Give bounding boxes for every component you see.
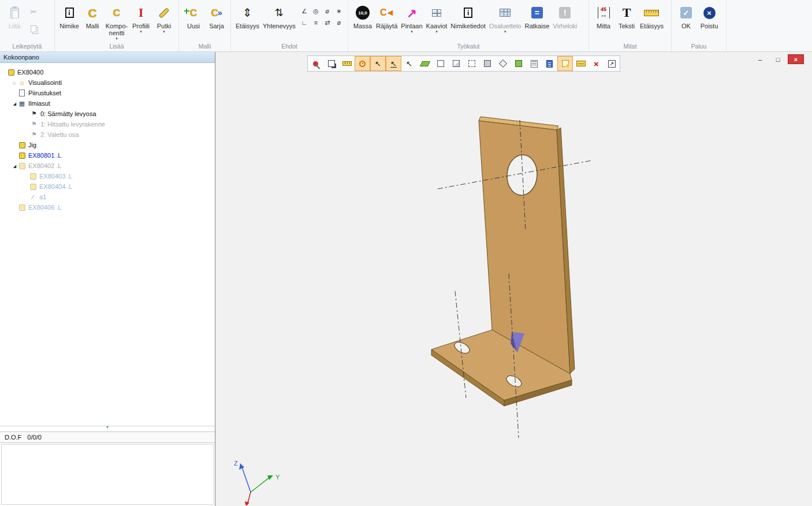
expand-open-icon[interactable]: ◢: [12, 102, 18, 106]
l-bracket-part[interactable]: [431, 117, 575, 406]
error-log-button[interactable]: ! Virheloki: [551, 2, 579, 29]
iso-view-icon[interactable]: [495, 56, 511, 71]
dashed-view-icon[interactable]: [464, 56, 479, 71]
tree-item-ex80402[interactable]: ◢ EX80402 .L: [0, 161, 215, 171]
tree-item-configurations[interactable]: ◢ ▦ Ilmiasut: [0, 98, 215, 109]
tree-item-visualization[interactable]: ▷ ☼ Visualisointi: [0, 77, 215, 88]
series-button[interactable]: C» Sarja: [205, 2, 228, 29]
tree-item-config-0[interactable]: ⚑ 0: Särmätty levyosa: [0, 109, 215, 119]
concentric-constraint-button[interactable]: ◎: [311, 7, 321, 16]
drawings-icon: [18, 90, 26, 97]
pin-icon[interactable]: [308, 56, 323, 71]
highlight-face-icon[interactable]: [417, 56, 433, 71]
group-label-tools: Työkalut: [348, 42, 588, 51]
wireframe-view-icon[interactable]: [433, 56, 448, 71]
tree-item-ex80404[interactable]: EX80404 .L: [0, 181, 215, 192]
dropdown-caret-icon: ▾: [116, 36, 118, 40]
component-icon: [29, 173, 37, 180]
clipboard-tool-icon[interactable]: [542, 56, 557, 71]
expand-open-icon[interactable]: ◢: [12, 164, 18, 168]
component-button[interactable]: C Kompo- nentti ▾: [104, 2, 129, 40]
paste-button[interactable]: Liitä: [3, 2, 26, 29]
diameter-constraint-button[interactable]: ⌀: [323, 7, 332, 16]
tree-item-a1[interactable]: ∕ a1: [0, 192, 215, 202]
minimize-button[interactable]: –: [752, 54, 768, 64]
exit-button[interactable]: × Poistu: [698, 2, 721, 29]
item-button[interactable]: i Nimike: [58, 2, 81, 29]
y-axis-label: Y: [275, 474, 280, 481]
open-view-icon[interactable]: ↗: [604, 56, 620, 71]
tree-item-ex80406[interactable]: EX80406 .L: [0, 202, 215, 213]
perpendicular-constraint-button[interactable]: ∟: [300, 18, 309, 27]
splitter-handle-icon[interactable]: ▾: [106, 425, 109, 430]
dof-label: D.O.F: [5, 434, 21, 441]
text-button[interactable]: T Teksti: [615, 2, 638, 29]
measure-ruler-icon[interactable]: [339, 56, 355, 71]
expand-closed-icon[interactable]: ▷: [12, 81, 18, 85]
select-edge-icon[interactable]: ↖: [386, 56, 401, 71]
cad-application-window: Liitä ✂ Leikepöytä i Nimike C Malli: [0, 0, 812, 506]
cut-button[interactable]: ✂: [27, 6, 40, 17]
profile-button[interactable]: I Profiili ▾: [129, 2, 152, 34]
config-flag-icon: ⚑: [30, 110, 38, 118]
jig-icon: [18, 142, 26, 149]
new-button[interactable]: C Uusi: [182, 2, 205, 29]
tree-item-config-2[interactable]: ⚑ 2: Valettu osa: [0, 129, 215, 140]
to-surface-button[interactable]: ↗ Pintaan ▾: [399, 2, 424, 34]
select-face-icon[interactable]: ↖: [401, 56, 417, 71]
distance-constraint-button[interactable]: ⇕ Etäisyys: [234, 2, 261, 29]
angle-constraint-button[interactable]: ∠: [300, 7, 309, 16]
zoom-window-icon[interactable]: [323, 56, 339, 71]
model-view-icon[interactable]: [511, 56, 526, 71]
parts-list-button[interactable]: Osaluettelo ▾: [487, 2, 523, 34]
3d-viewport[interactable]: Z Y ↖ ↖ ↖: [216, 52, 812, 506]
model-button[interactable]: C Malli: [81, 2, 104, 29]
mass-button[interactable]: 10,0 Massa: [351, 2, 374, 29]
close-button[interactable]: ×: [788, 54, 804, 64]
tree-item-jig[interactable]: Jig: [0, 140, 215, 150]
tree-item-config-1[interactable]: ⚑ 1: Hitsattu levyrakenne: [0, 119, 215, 129]
diagrams-button[interactable]: Kaaviot ▾: [424, 2, 449, 34]
tangent-constraint-button[interactable]: ∗: [334, 7, 344, 16]
item-icon: i: [65, 8, 74, 18]
part-icon: [7, 69, 15, 76]
select-vertex-icon[interactable]: ↖: [370, 56, 386, 71]
tree-item-ex80403[interactable]: EX80403 .L: [0, 171, 215, 181]
ribbon-group-model: C Uusi C» Sarja Malli: [179, 0, 231, 51]
tree-item-ex80801[interactable]: EX80801 .L: [0, 150, 215, 161]
viewport-toolbar: ↖ ↖ ↖ × ↗: [307, 55, 620, 72]
shaded-view-icon[interactable]: [479, 56, 495, 71]
text-icon: T: [623, 6, 631, 19]
sheetmetal-icon[interactable]: [557, 56, 573, 71]
parallel-constraint-button[interactable]: ≡: [311, 18, 321, 27]
maximize-button[interactable]: □: [770, 54, 786, 64]
panel-splitter[interactable]: ▾: [0, 426, 215, 431]
dropdown-caret-icon: ▾: [435, 29, 438, 34]
solve-button[interactable]: = Ratkaise: [523, 2, 552, 29]
3d-viewport-canvas[interactable]: Z Y: [216, 52, 812, 506]
symmetry-constraint-button[interactable]: ø: [334, 18, 344, 27]
component-icon: [29, 183, 37, 191]
component-icon: [18, 152, 26, 159]
explode-icon: C◄: [380, 8, 393, 17]
distance-measure-button[interactable]: Etäisyys: [638, 2, 665, 29]
group-label-model: Malli: [179, 42, 230, 51]
ok-button[interactable]: ✓ OK: [675, 2, 698, 29]
tree-item-root[interactable]: EX80400: [0, 67, 215, 77]
diagrams-icon: [432, 9, 441, 17]
pipe-icon: [158, 7, 169, 18]
pipe-button[interactable]: Putki ▾: [152, 2, 176, 34]
explode-button[interactable]: C◄ Räjäytä: [374, 2, 399, 29]
config-flag-icon: ⚑: [30, 131, 38, 139]
hiddenline-view-icon[interactable]: [448, 56, 464, 71]
drawing-stack-icon[interactable]: [573, 56, 588, 71]
coincident-constraint-button[interactable]: ⇅ Yhtenevyys: [261, 2, 297, 29]
tree-item-drawings[interactable]: Piirustukset: [0, 88, 215, 98]
feature-list-icon[interactable]: [526, 56, 542, 71]
dimension-button[interactable]: 45↔ Mitta: [592, 2, 615, 29]
copy-button[interactable]: [27, 23, 40, 35]
swap-constraint-button[interactable]: ⇄: [323, 18, 332, 27]
delete-tool-icon[interactable]: ×: [588, 56, 604, 71]
snap-point-icon[interactable]: [355, 56, 370, 71]
item-data-button[interactable]: i Nimiketiedot: [449, 2, 487, 29]
